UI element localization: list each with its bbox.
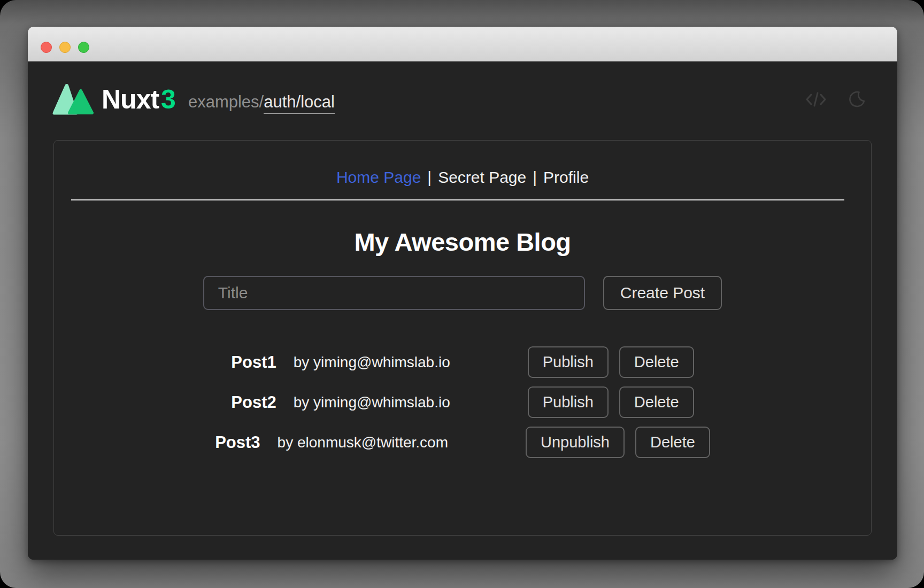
path-link[interactable]: auth/local [264,92,335,114]
post-row: Post3 by elonmusk@twitter.com Unpublish … [54,427,871,458]
window-titlebar[interactable] [28,27,897,61]
nav-link-profile[interactable]: Profile [543,168,589,186]
app-window: Nuxt3 examples/auth/local Home Page|Secr… [28,27,897,560]
page-title: My Awesome Blog [54,227,871,257]
post-title: Post3 [215,433,260,452]
path-prefix: examples/ [188,92,264,111]
app-header: Nuxt3 examples/auth/local [28,62,897,115]
post-list: Post1 by yiming@whimslab.io Publish Dele… [54,346,871,458]
post-byline: by yiming@whimslab.io [294,394,450,411]
brand-title[interactable]: Nuxt3 [102,84,175,115]
delete-button[interactable]: Delete [619,346,694,378]
main-panel: Home Page|Secret Page|Profile My Awesome… [53,140,872,536]
delete-button[interactable]: Delete [635,427,710,458]
publish-button[interactable]: Publish [528,386,609,418]
page-nav: Home Page|Secret Page|Profile [54,168,871,187]
unpublish-button[interactable]: Unpublish [526,427,625,458]
post-byline: by yiming@whimslab.io [294,354,450,371]
post-byline: by elonmusk@twitter.com [278,434,448,451]
create-post-button[interactable]: Create Post [603,276,722,310]
post-title: Post2 [231,393,276,412]
create-post-form: Create Post [54,276,871,310]
post-row: Post2 by yiming@whimslab.io Publish Dele… [54,386,871,418]
nav-link-secret[interactable]: Secret Page [438,168,526,186]
window-content: Nuxt3 examples/auth/local Home Page|Secr… [28,62,897,560]
zoom-button[interactable] [78,42,89,53]
post-row: Post1 by yiming@whimslab.io Publish Dele… [54,346,871,378]
nav-link-home[interactable]: Home Page [336,168,421,186]
post-actions: Publish Delete [528,346,694,378]
post-actions: Unpublish Delete [526,427,710,458]
post-title: Post1 [231,353,276,372]
header-icons [805,90,866,109]
moon-icon[interactable] [847,90,866,109]
delete-button[interactable]: Delete [619,386,694,418]
publish-button[interactable]: Publish [528,346,609,378]
title-input[interactable] [203,276,585,310]
nav-separator: | [533,168,537,186]
close-button[interactable] [41,42,52,53]
code-icon[interactable] [805,90,827,109]
post-actions: Publish Delete [528,386,694,418]
minimize-button[interactable] [59,42,71,53]
brand-version: 3 [161,84,175,114]
example-path: examples/auth/local [188,92,335,112]
nav-divider [71,199,844,200]
nuxt-logo-icon [52,83,94,115]
nav-separator: | [427,168,432,186]
brand-name: Nuxt [102,84,159,114]
